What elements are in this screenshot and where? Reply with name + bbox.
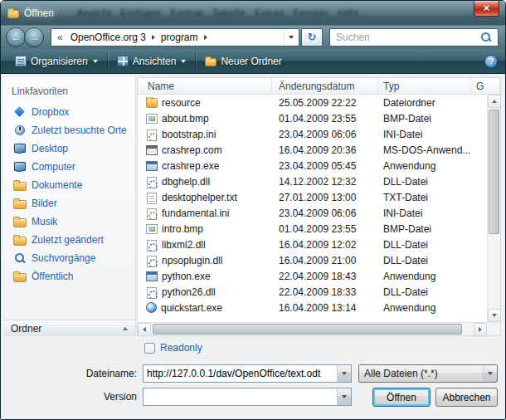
file-row[interactable]: bootstrap.ini 23.04.2009 06:06 INI-Datei [138, 126, 487, 142]
forward-button[interactable] [24, 27, 44, 47]
file-date: 22.04.2009 18:33 [272, 286, 378, 298]
file-row[interactable]: resource 25.05.2009 22:22 Dateiordner [138, 95, 487, 110]
breadcrumb-segment-program[interactable]: program [158, 32, 202, 43]
file-row[interactable]: libxml2.dll 16.04.2009 12:02 DLL-Datei [138, 237, 487, 252]
titlebar[interactable]: Öffnen Ansicht Einfügen Format Tabelle E… [1, 1, 505, 26]
address-dropdown-icon[interactable] [284, 29, 297, 46]
filetype-combobox[interactable]: Alle Dateien (*.*) [358, 364, 498, 383]
open-button[interactable]: Öffnen [372, 388, 431, 407]
sidebar-item-label: Musik [32, 216, 57, 227]
image-file-icon [146, 114, 158, 124]
scroll-down-button[interactable] [488, 309, 501, 322]
file-type: BMP-Datei [378, 113, 471, 125]
column-header-date[interactable]: Änderungsdatum [272, 78, 378, 94]
sidebar-item-recent-changes[interactable]: Zuletzt geändert [3, 231, 135, 249]
file-name: libxml2.dll [162, 239, 206, 251]
scroll-left-button[interactable] [138, 323, 151, 336]
music-icon [13, 218, 27, 227]
column-header-name[interactable]: Name [138, 78, 272, 94]
scrollbar-corner [487, 322, 500, 335]
filename-combobox[interactable] [143, 364, 352, 383]
command-toolbar: Organisieren Ansichten Neuer Ordner ? [1, 49, 505, 74]
file-name: bootstrap.ini [162, 129, 216, 140]
vertical-scrollbar[interactable] [487, 95, 500, 322]
sidebar-item-dropbox[interactable]: Dropbox [3, 103, 135, 121]
column-header-type[interactable]: Typ [378, 78, 471, 94]
file-type: MS-DOS-Anwend... [378, 144, 471, 156]
refresh-button[interactable] [301, 28, 323, 46]
search-input[interactable] [330, 32, 481, 43]
column-header-label: G [476, 81, 484, 92]
file-row[interactable]: quickstart.exe 16.04.2009 13:14 Anwendun… [138, 300, 487, 315]
favorites-list: Dropbox Zuletzt besuchte Orte Desktop Co… [3, 103, 135, 286]
breadcrumb-overflow-chevron-icon[interactable] [53, 32, 67, 43]
close-button[interactable] [474, 1, 499, 17]
image-file-icon [146, 224, 158, 234]
file-row[interactable]: npsoplugin.dll 16.04.2009 21:00 DLL-Date… [138, 252, 487, 268]
file-name: quickstart.exe [161, 302, 222, 314]
folders-bar[interactable]: Ordner [3, 320, 135, 336]
version-combobox[interactable] [143, 388, 352, 406]
file-date: 16.04.2009 21:00 [272, 255, 378, 266]
file-row[interactable]: dbghelp.dll 14.12.2002 12:32 DLL-Datei [138, 173, 487, 189]
scroll-up-button[interactable] [488, 95, 501, 108]
back-button[interactable] [6, 27, 26, 47]
dll-file-icon [147, 240, 157, 252]
file-row[interactable]: intro.bmp 01.04.2009 23:55 BMP-Datei [138, 221, 487, 237]
breadcrumb-segment-openoffice[interactable]: OpenOffice.org 3 [67, 32, 149, 43]
chevron-up-icon [123, 327, 128, 330]
vertical-scroll-thumb[interactable] [489, 110, 499, 234]
readonly-label: Readonly [160, 342, 202, 354]
pictures-icon [13, 200, 27, 209]
file-row[interactable]: crashrep.com 16.04.2009 20:36 MS-DOS-Anw… [138, 142, 487, 158]
sidebar-item-public[interactable]: Öffentlich [3, 267, 135, 286]
organize-button[interactable]: Organisieren [7, 52, 105, 71]
file-date: 16.04.2009 13:14 [272, 302, 378, 314]
file-row[interactable]: fundamental.ini 23.04.2009 06:06 INI-Dat… [138, 205, 487, 221]
horizontal-scroll-thumb[interactable] [153, 324, 462, 335]
new-folder-label: Neuer Ordner [221, 56, 281, 67]
sidebar-item-desktop[interactable]: Desktop [3, 139, 135, 158]
search-box[interactable] [329, 28, 499, 46]
sidebar-item-searches[interactable]: Suchvorgänge [3, 249, 135, 267]
recent-changes-icon [13, 237, 27, 246]
version-dropdown-icon[interactable] [337, 388, 351, 405]
file-name: fundamental.ini [162, 208, 229, 219]
dll-file-icon [147, 256, 157, 267]
column-header-size[interactable]: G [471, 78, 500, 94]
sidebar-item-music[interactable]: Musik [3, 212, 135, 231]
window-title: Öffnen [24, 7, 54, 19]
sidebar-item-label: Zuletzt besuchte Orte [32, 125, 127, 136]
sidebar-item-recent-places[interactable]: Zuletzt besuchte Orte [3, 121, 135, 139]
file-rows: resource 25.05.2009 22:22 Dateiordner ab… [138, 95, 487, 322]
readonly-row: Readonly [144, 342, 202, 354]
scroll-right-button[interactable] [474, 323, 487, 336]
sidebar-item-computer[interactable]: Computer [3, 158, 135, 176]
sidebar-item-label: Suchvorgänge [32, 252, 95, 264]
file-row[interactable]: about.bmp 01.04.2009 23:55 BMP-Datei [138, 110, 487, 126]
dropbox-icon [13, 106, 27, 118]
file-date: 01.04.2009 23:55 [272, 223, 378, 235]
readonly-checkbox[interactable] [144, 343, 155, 354]
filename-input[interactable] [144, 368, 337, 379]
breadcrumb-separator-icon[interactable] [202, 35, 210, 40]
new-folder-button[interactable]: Neuer Ordner [197, 52, 289, 71]
search-icon[interactable] [481, 32, 492, 43]
help-button[interactable]: ? [484, 55, 498, 68]
horizontal-scrollbar[interactable] [138, 322, 487, 335]
filename-dropdown-icon[interactable] [337, 365, 351, 382]
sidebar-item-pictures[interactable]: Bilder [3, 194, 135, 212]
file-row[interactable]: desktophelper.txt 27.01.2009 13:00 TXT-D… [138, 189, 487, 205]
sidebar-item-documents[interactable]: Dokumente [3, 176, 135, 194]
breadcrumb-separator-icon[interactable] [149, 35, 158, 40]
file-type: BMP-Datei [378, 223, 471, 235]
cancel-button[interactable]: Abbrechen [435, 388, 498, 407]
file-row[interactable]: python26.dll 22.04.2009 18:33 DLL-Datei [138, 284, 487, 300]
close-icon [484, 2, 490, 14]
breadcrumb[interactable]: OpenOffice.org 3 program [51, 28, 299, 46]
filetype-dropdown-icon[interactable] [483, 365, 497, 382]
file-type: TXT-Datei [378, 192, 471, 203]
views-button[interactable]: Ansichten [109, 52, 194, 71]
file-row[interactable]: python.exe 22.04.2009 18:43 Anwendung [138, 268, 487, 284]
file-row[interactable]: crashrep.exe 23.04.2009 05:45 Anwendung [138, 158, 487, 173]
